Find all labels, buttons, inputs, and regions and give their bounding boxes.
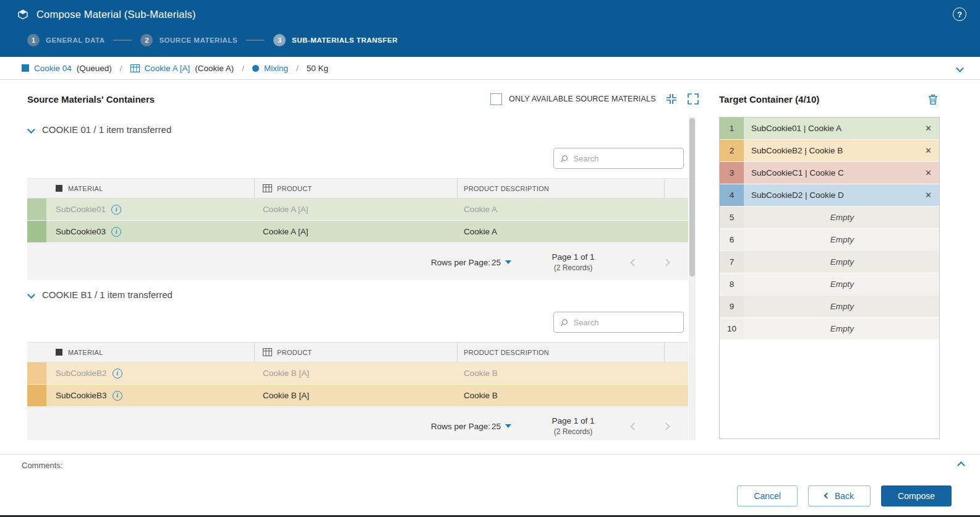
slot-number: 6	[720, 229, 744, 250]
section-title: COOKIE 01 / 1 item transferred	[42, 124, 171, 135]
table-row[interactable]: SubCookieB2i Cookie B [A] Cookie B	[27, 362, 688, 385]
target-slot-empty[interactable]: 5 Empty	[720, 207, 939, 229]
product-icon	[263, 184, 272, 192]
table-row[interactable]: SubCookie01i Cookie A [A] Cookie A	[27, 199, 688, 221]
cancel-button[interactable]: Cancel	[737, 485, 798, 506]
step-source-materials[interactable]: 2 SOURCE MATERIALS	[140, 34, 237, 46]
search-icon	[560, 154, 568, 163]
only-available-label: ONLY AVAILABLE SOURCE MATERIALS	[509, 95, 656, 103]
next-page-icon[interactable]	[650, 424, 682, 429]
breadcrumb-collapse-toggle[interactable]	[957, 66, 966, 71]
step-circle: 1	[27, 34, 40, 46]
expand-all-icon[interactable]	[687, 93, 699, 105]
step-connector	[246, 40, 265, 41]
remove-icon[interactable]: ✕	[924, 190, 933, 200]
slot-label: SubCookieB2 | Cookie B✕	[744, 140, 939, 161]
rows-per-page-select[interactable]: Rows per Page: 25	[431, 422, 511, 431]
target-slot[interactable]: 2 SubCookieB2 | Cookie B✕	[720, 140, 939, 162]
search-box	[553, 312, 684, 333]
target-slot[interactable]: 4 SubCookieD2 | Cookie D✕	[720, 184, 939, 207]
table-row[interactable]: SubCookieB3i Cookie B [A] Cookie B	[27, 385, 688, 407]
records-count: (2 Records)	[545, 263, 602, 272]
breadcrumb-product-link[interactable]: Cookie A [A]	[145, 64, 190, 73]
vertical-scrollbar[interactable]	[689, 117, 696, 440]
step-status-icon	[252, 65, 259, 72]
help-icon[interactable]: ?	[953, 7, 966, 21]
collapse-all-icon[interactable]	[665, 93, 678, 105]
page-info: Page 1 of 1 (2 Records)	[545, 416, 602, 436]
prev-page-icon[interactable]	[618, 260, 650, 265]
target-slot[interactable]: 3 SubCookieC1 | Cookie C✕	[720, 162, 939, 184]
product-description: (Cookie A)	[195, 64, 234, 73]
search-input[interactable]	[573, 318, 677, 327]
remove-icon[interactable]: ✕	[924, 124, 933, 133]
back-button[interactable]: Back	[808, 485, 871, 506]
material-icon	[56, 349, 62, 356]
rows-per-page-label: Rows per Page:	[431, 258, 490, 267]
step-label: SUB-MATERIALS TRANSFER	[292, 36, 398, 44]
section-cookieb1-header[interactable]: COOKIE B1 / 1 item transferred	[28, 289, 173, 300]
scrollbar-thumb[interactable]	[689, 118, 695, 276]
rows-per-page-select[interactable]: Rows per Page: 25	[431, 258, 511, 267]
slot-label: Empty	[744, 207, 939, 228]
slot-number: 8	[720, 273, 744, 295]
step-connector	[113, 40, 132, 41]
remove-icon[interactable]: ✕	[924, 168, 933, 177]
slot-label: Empty	[744, 251, 939, 273]
compose-button[interactable]: Compose	[881, 485, 952, 506]
info-icon[interactable]: i	[111, 227, 121, 237]
cell-product: Cookie B [A]	[263, 369, 309, 378]
cell-material: SubCookieB3	[56, 391, 107, 400]
remove-icon[interactable]: ✕	[924, 146, 933, 155]
slot-label: SubCookie01 | Cookie A✕	[744, 118, 939, 139]
product-icon	[130, 64, 140, 72]
only-available-checkbox[interactable]	[490, 93, 502, 105]
step-circle: 2	[140, 34, 153, 46]
column-header-product: PRODUCT	[277, 185, 312, 192]
table-pagination: Rows per Page: 25 Page 1 of 1 (2 Records…	[27, 407, 688, 440]
target-slot-empty[interactable]: 9 Empty	[720, 296, 939, 318]
comments-expand-toggle[interactable]	[958, 463, 964, 468]
info-icon[interactable]: i	[113, 369, 122, 378]
step-general-data[interactable]: 1 GENERAL DATA	[27, 34, 104, 46]
source-table-cookieb1: MATERIAL PRODUCT PRODUCT DESCRIPTION Sub…	[27, 342, 688, 440]
table-header-row: MATERIAL PRODUCT PRODUCT DESCRIPTION	[27, 342, 688, 362]
table-row[interactable]: SubCookie03i Cookie A [A] Cookie A	[27, 221, 688, 243]
cell-product: Cookie B [A]	[263, 391, 309, 400]
section-cookie01-header[interactable]: COOKIE 01 / 1 item transferred	[28, 124, 171, 135]
step-circle: 3	[273, 34, 286, 46]
breadcrumb-material-link[interactable]: Cookie 04	[34, 64, 72, 73]
target-slot-empty[interactable]: 6 Empty	[720, 229, 939, 251]
rows-per-page-value: 25	[492, 422, 501, 431]
column-header-material: MATERIAL	[68, 185, 103, 192]
row-color-band	[27, 385, 46, 406]
search-input[interactable]	[573, 154, 677, 163]
info-icon[interactable]: i	[111, 205, 121, 215]
cell-description: Cookie B	[464, 369, 498, 378]
cell-material: SubCookieB2	[56, 369, 107, 378]
target-slot-empty[interactable]: 7 Empty	[720, 251, 939, 273]
app-header: Compose Material (Sub-Materials) ? 1 GEN…	[0, 0, 980, 57]
target-slot-empty[interactable]: 10 Empty	[720, 318, 939, 340]
step-sub-materials-transfer[interactable]: 3 SUB-MATERIALS TRANSFER	[273, 34, 398, 46]
page-number: Page 1 of 1	[545, 416, 602, 425]
next-page-icon[interactable]	[650, 260, 682, 265]
records-count: (2 Records)	[545, 427, 602, 436]
section-title: COOKIE B1 / 1 item transferred	[42, 289, 173, 300]
slot-number: 1	[720, 118, 744, 139]
search-icon	[560, 318, 568, 327]
cell-description: Cookie A	[464, 227, 497, 236]
target-slot[interactable]: 1 SubCookie01 | Cookie A✕	[720, 118, 939, 140]
target-container-list: 1 SubCookie01 | Cookie A✕ 2 SubCookieB2 …	[719, 117, 940, 439]
wizard-stepper: 1 GENERAL DATA 2 SOURCE MATERIALS 3 SUB-…	[0, 28, 980, 52]
comments-bar: Comments:	[0, 454, 980, 476]
trash-icon[interactable]	[926, 93, 940, 106]
table-pagination: Rows per Page: 25 Page 1 of 1 (2 Records…	[27, 243, 688, 280]
info-icon[interactable]: i	[113, 391, 122, 401]
prev-page-icon[interactable]	[618, 424, 650, 429]
quantity-value: 50 Kg	[307, 64, 328, 73]
cell-product: Cookie A [A]	[263, 205, 309, 214]
breadcrumb-step-link[interactable]: Mixing	[264, 64, 288, 73]
slot-label: SubCookieD2 | Cookie D✕	[744, 184, 939, 206]
target-slot-empty[interactable]: 8 Empty	[720, 273, 939, 296]
